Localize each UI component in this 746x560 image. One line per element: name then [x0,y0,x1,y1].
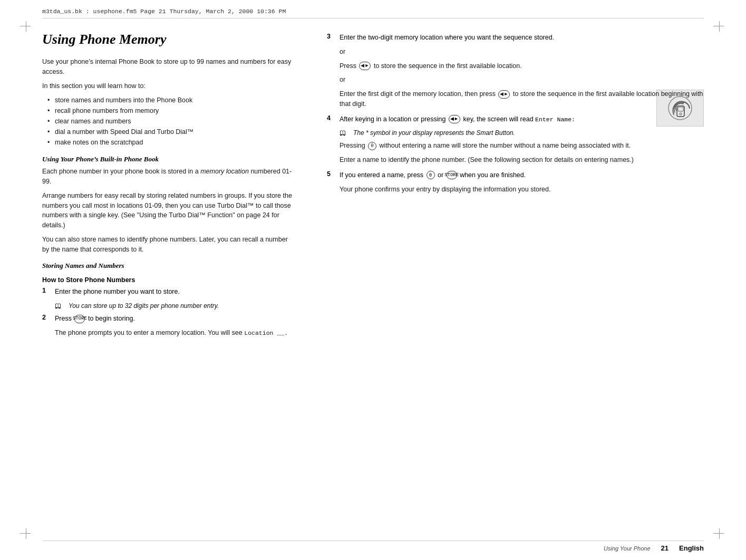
store-button-icon: STORE [74,315,85,323]
footer-bar: Using Your Phone 21 English [42,540,704,552]
step-2: 2 Press STORE to begin storing. [42,314,295,324]
step-3-press1: Press ◀► to store the sequence in the fi… [340,61,704,71]
step-1-text: Enter the phone number you want to store… [55,287,180,297]
step-1-number: 1 [42,287,51,294]
step-4-text: After keying in a location or pressing ◀… [340,114,575,124]
section2-heading: Storing Names and Numbers [42,262,295,270]
enter-name-note: Enter a name to identify the phone numbe… [340,155,704,165]
step-5: 5 If you entered a name, press θ or STOR… [327,170,704,180]
step-1-note: 🕮︎ You can store up to 32 digits per pho… [55,301,295,311]
list-item: make notes on the scratchpad [47,137,295,148]
step-1-note-text: You can store up to 32 digits per phone … [69,301,219,311]
step-4-number: 4 [327,114,335,122]
step-3-or1: or [340,47,704,57]
crosshair-bottom-right [712,526,728,542]
nav-button-2: ◀► [498,90,510,99]
step-4-note: 🕮︎ The * symbol in your display represen… [340,128,704,138]
step-5-text: If you entered a name, press θ or STORE … [340,170,526,180]
crosshair-bottom-left [18,526,34,542]
step-3: 3 Enter the two-digit memory location wh… [327,33,704,43]
section1-para3: You can also store names to identify pho… [42,235,295,255]
crosshair-top-right [712,18,728,34]
intro-paragraph-2: In this section you will learn how to: [42,81,295,91]
step-4-note-text: The * symbol in your display represents … [353,128,515,138]
header-text: m3tda_us.bk : usephone.fm5 Page 21 Thurs… [42,8,286,15]
step-5-number: 5 [327,170,335,178]
step-3-alt: Enter the first digit of the memory loca… [340,89,704,109]
right-column: 3 Enter the two-digit memory location wh… [316,32,704,528]
step-2-sub: The phone prompts you to enter a memory … [55,328,295,338]
step-2-number: 2 [42,314,51,321]
intro-bullet-list: store names and numbers into the Phone B… [42,95,295,148]
enter-name-code: Enter Name: [535,116,575,123]
subsection2-heading: How to Store Phone Numbers [42,276,295,284]
note-icon-2: 🕮︎ [340,128,351,138]
page-title: Using Phone Memory [42,32,295,47]
section1-heading: Using Your Phone’s Built-in Phone Book [42,155,295,163]
step-3-or2: or [340,75,704,85]
theta-button-2: θ [427,171,435,179]
step-3-number: 3 [327,33,335,40]
section1-para1: Each phone number in your phone book is … [42,167,295,187]
step-1: 1 Enter the phone number you want to sto… [42,287,295,297]
list-item: clear names and numbers [47,116,295,127]
footer-language: English [679,544,704,552]
nav-button-1: ◀► [359,62,371,70]
content-area: Using Phone Memory Use your phone’s inte… [42,32,704,528]
step-5-sub: Your phone confirms your entry by displa… [340,185,704,195]
section1-para2: Arrange numbers for easy recall by stori… [42,191,295,230]
note-icon-1: 🕮︎ [55,301,66,311]
list-item: store names and numbers into the Phone B… [47,95,295,105]
nav-button-3: ◀► [449,115,460,123]
header-bar: m3tda_us.bk : usephone.fm5 Page 21 Thurs… [42,8,704,18]
list-item: recall phone numbers from memory [47,105,295,116]
crosshair-top-left [18,18,34,34]
step-2-text: Press STORE to begin storing. [55,314,135,324]
step-4: 4 After keying in a location or pressing… [327,114,704,124]
location-code: Location __. [244,330,288,336]
footer-right: Using Your Phone 21 English [604,544,704,552]
left-column: Using Phone Memory Use your phone’s inte… [42,32,316,528]
list-item: dial a number with Speed Dial and Turbo … [47,127,295,137]
footer-page-number: 21 [661,544,669,552]
store-button-icon-2: STORE [447,171,457,179]
theta-button-1: θ [368,142,376,150]
pressing-note: Pressing θ without entering a name will … [340,141,704,151]
intro-paragraph-1: Use your phone’s internal Phone Book to … [42,57,295,77]
footer-section-label: Using Your Phone [604,545,650,552]
step-3-text: Enter the two-digit memory location wher… [340,33,554,43]
